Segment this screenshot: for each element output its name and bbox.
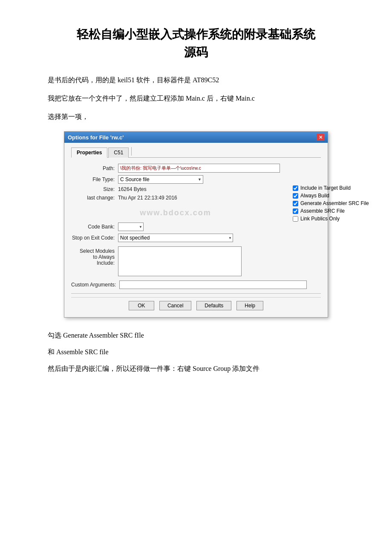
checkbox-link-publics-only[interactable]: Link Publics Only bbox=[293, 216, 392, 222]
file-type-select[interactable]: C Source file bbox=[118, 175, 203, 184]
tab-separator bbox=[131, 147, 134, 156]
watermark: www.bdocx.com bbox=[71, 204, 280, 219]
stop-on-exit-label: Stop on Exit Code: bbox=[71, 235, 118, 241]
tab-properties[interactable]: Properties bbox=[71, 147, 107, 158]
checkbox-always-build-input[interactable] bbox=[293, 193, 298, 199]
paragraph-3: 选择第一项， bbox=[34, 111, 358, 123]
left-form: Path: \我的书份: 我写电子单单—个\ucos\rw.c File Typ… bbox=[71, 164, 280, 280]
size-row: Size: 16264 Bytes bbox=[71, 186, 280, 192]
ok-button[interactable]: OK bbox=[129, 301, 154, 310]
checkbox-generate-assembler-src-input[interactable] bbox=[293, 201, 298, 206]
path-field: \我的书份: 我写电子单单—个\ucos\rw.c bbox=[118, 164, 280, 173]
checkbox-link-publics-only-input[interactable] bbox=[293, 216, 298, 222]
dialog-title: Options for File 'rw.c' bbox=[68, 134, 124, 141]
modules-box[interactable] bbox=[118, 246, 242, 276]
code-bank-select-wrapper bbox=[118, 223, 144, 231]
file-type-row: File Type: C Source file bbox=[71, 175, 280, 184]
dialog-titlebar: Options for File 'rw.c' ✕ bbox=[64, 132, 328, 143]
checkbox-assemble-src[interactable]: Assemble SRC File bbox=[293, 208, 392, 214]
cancel-button[interactable]: Cancel bbox=[159, 301, 191, 310]
checkbox-group: Include in Target Build Always Build Gen… bbox=[293, 185, 392, 222]
file-type-select-wrapper: C Source file bbox=[118, 175, 203, 184]
code-bank-select[interactable] bbox=[118, 223, 144, 231]
checkbox-assemble-src-input[interactable] bbox=[293, 208, 298, 214]
code-bank-row: Code Bank: bbox=[71, 223, 280, 231]
bottom-text-1: 勾选 Generate Assembler SRC fIle bbox=[34, 330, 358, 342]
dialog-footer: OK Cancel Defaults Help bbox=[71, 297, 321, 312]
custom-args-label: Custom Arguments: bbox=[71, 282, 119, 288]
bottom-text-3: 然后由于是内嵌汇编，所以还得做一件事：右键 Source Group 添加文件 bbox=[34, 363, 358, 375]
dialog-body: Properties C51 Path: \我的书份: 我写电子单单—个\uco… bbox=[64, 143, 328, 317]
modules-section: Select Modules to Always Include: bbox=[71, 246, 280, 276]
page-title: 轻松自编小型嵌入式操作系统的附录基础系统 源码 bbox=[34, 26, 358, 61]
options-dialog: Options for File 'rw.c' ✕ Properties C51… bbox=[64, 131, 328, 318]
stop-on-exit-row: Stop on Exit Code: Not specified bbox=[71, 234, 280, 242]
code-bank-label: Code Bank: bbox=[71, 224, 118, 230]
defaults-button[interactable]: Defaults bbox=[196, 301, 231, 310]
path-row: Path: \我的书份: 我写电子单单—个\ucos\rw.c bbox=[71, 164, 280, 173]
paragraph-1: 是书后的代码，用的是 keil51 软件，目标器件是 AT89C52 bbox=[34, 74, 358, 87]
form-split-layout: Path: \我的书份: 我写电子单单—个\ucos\rw.c File Typ… bbox=[71, 164, 321, 280]
stop-on-exit-select[interactable]: Not specified bbox=[118, 234, 233, 242]
help-button[interactable]: Help bbox=[236, 301, 263, 310]
tab-row: Properties C51 bbox=[71, 147, 321, 158]
modules-row: Select Modules to Always Include: bbox=[71, 246, 280, 276]
custom-args-field[interactable] bbox=[119, 280, 307, 289]
last-change-label: last change: bbox=[71, 195, 118, 201]
path-label: Path: bbox=[71, 165, 118, 171]
bottom-text-2: 和 Assemble SRC file bbox=[34, 346, 358, 358]
checkbox-include-target-build-input[interactable] bbox=[293, 185, 298, 191]
paragraph-2: 我把它放在一个文件中了，然后建立工程添加 Main.c 后，右键 Main.c bbox=[34, 92, 358, 105]
custom-args-row: Custom Arguments: bbox=[71, 280, 321, 289]
tab-c51[interactable]: C51 bbox=[108, 147, 129, 158]
footer-divider bbox=[71, 293, 321, 294]
checkbox-always-build[interactable]: Always Build bbox=[293, 193, 392, 199]
last-change-row: last change: Thu Apr 21 22:13:49 2016 bbox=[71, 195, 280, 201]
file-type-label: File Type: bbox=[71, 176, 118, 182]
size-value: 16264 Bytes bbox=[118, 186, 147, 192]
stop-on-exit-select-wrapper: Not specified bbox=[118, 234, 233, 242]
checkbox-include-target-build[interactable]: Include in Target Build bbox=[293, 185, 392, 191]
size-label: Size: bbox=[71, 186, 118, 192]
right-form: Include in Target Build Always Build Gen… bbox=[280, 164, 392, 280]
last-change-value: Thu Apr 21 22:13:49 2016 bbox=[118, 195, 177, 201]
dialog-close-button[interactable]: ✕ bbox=[317, 134, 324, 141]
modules-label: Select Modules to Always Include: bbox=[71, 246, 118, 266]
checkbox-generate-assembler-src[interactable]: Generate Assembler SRC File bbox=[293, 200, 392, 206]
